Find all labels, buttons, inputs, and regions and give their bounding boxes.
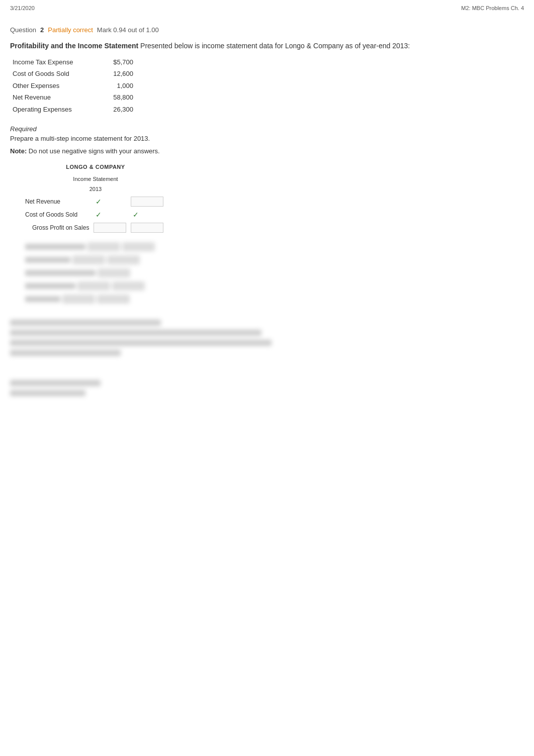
- feedback-section: [10, 320, 524, 370]
- data-label-3: Net Revenue: [13, 91, 93, 103]
- is-row-net-revenue: Net Revenue ✓: [25, 196, 166, 207]
- data-table: Income Tax Expense $5,700 Cost of Goods …: [13, 56, 524, 115]
- data-label-0: Income Tax Expense: [13, 56, 93, 68]
- check-mark-cogs-2: ✓: [133, 211, 139, 219]
- is-label-cogs: Cost of Goods Sold: [25, 211, 92, 218]
- is-row-gross-profit: Gross Profit on Sales: [25, 222, 166, 233]
- bottom-links: [10, 380, 524, 396]
- blurred-section: [25, 241, 166, 305]
- data-value-3: 58,800: [103, 91, 133, 103]
- is-row-cogs: Cost of Goods Sold ✓ ✓: [25, 209, 166, 220]
- data-label-4: Operating Expenses: [13, 104, 93, 115]
- data-label-1: Cost of Goods Sold: [13, 68, 93, 79]
- is-input-cell-cogs: ✓: [94, 211, 129, 219]
- required-instruction: Prepare a multi-step income statement fo…: [10, 135, 524, 142]
- question-number: 2: [40, 26, 44, 34]
- is-subtitle: Income Statement: [25, 176, 166, 182]
- is-input-cell-net-revenue-2: [131, 197, 166, 207]
- check-mark-cogs-1: ✓: [96, 211, 102, 219]
- is-input-net-revenue-2[interactable]: [131, 197, 163, 207]
- data-row: Net Revenue 58,800: [13, 91, 524, 103]
- question-label: Question: [10, 26, 36, 34]
- data-value-4: 26,300: [103, 104, 133, 115]
- question-status: Partially correct: [48, 26, 93, 34]
- data-row: Other Expenses 1,000: [13, 80, 524, 91]
- data-value-1: 12,600: [103, 68, 133, 79]
- is-label-net-revenue: Net Revenue: [25, 198, 92, 205]
- check-mark-net-revenue: ✓: [96, 198, 102, 206]
- data-row: Cost of Goods Sold 12,600: [13, 68, 524, 79]
- question-mark: Mark 0.94 out of 1.00: [97, 26, 159, 34]
- data-value-2: 1,000: [103, 80, 133, 91]
- income-statement: LONGO & COMPANY Income Statement 2013 Ne…: [25, 163, 166, 305]
- data-row: Income Tax Expense $5,700: [13, 56, 524, 68]
- problem-title-text: Presented below is income statement data…: [138, 42, 410, 50]
- is-input-gross-profit-2[interactable]: [131, 223, 163, 233]
- note-bold: Note:: [10, 147, 27, 155]
- page-title: M2: MBC Problems Ch. 4: [461, 5, 524, 11]
- is-input-cell-gross-profit: [94, 223, 129, 233]
- problem-title: Profitability and the Income Statement P…: [10, 41, 524, 51]
- required-label: Required: [10, 125, 524, 133]
- is-label-gross-profit: Gross Profit on Sales: [25, 224, 92, 231]
- is-input-cell-net-revenue: ✓: [94, 198, 129, 206]
- is-input-cell-gross-profit-2: [131, 223, 166, 233]
- is-year: 2013: [25, 186, 166, 192]
- note-line: Note: Do not use negative signs with you…: [10, 147, 524, 155]
- page-date: 3/21/2020: [10, 5, 35, 11]
- is-company-name: LONGO & COMPANY: [25, 163, 166, 172]
- problem-title-bold: Profitability and the Income Statement: [10, 42, 138, 50]
- data-row: Operating Expenses 26,300: [13, 104, 524, 115]
- data-value-0: $5,700: [103, 56, 133, 68]
- is-input-gross-profit[interactable]: [94, 223, 126, 233]
- data-label-2: Other Expenses: [13, 80, 93, 91]
- is-input-cell-cogs-2: ✓: [131, 211, 166, 219]
- note-text: Do not use negative signs with your answ…: [27, 147, 159, 155]
